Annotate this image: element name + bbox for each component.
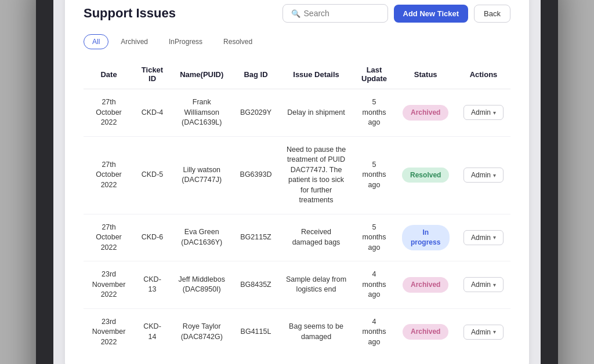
chevron-down-icon-2: ▾	[493, 234, 496, 241]
issues-table-wrap: Date Ticket ID Name(PUID) Bag ID Issue D…	[84, 60, 510, 355]
cell-date-3: 23rd November 2022	[84, 261, 134, 309]
admin-dropdown-2[interactable]: Admin ▾	[463, 230, 504, 245]
table-row: 27th October 2022 CKD-6 Eva Green (DAC16…	[84, 214, 510, 261]
header-actions: 🔍 Add New Ticket Back	[282, 4, 510, 23]
app-container: Support Issues 🔍 Add New Ticket Back All…	[65, 0, 529, 364]
cell-action-4: Admin ▾	[457, 308, 510, 355]
admin-dropdown-3[interactable]: Admin ▾	[463, 277, 504, 292]
cell-status-1: Resolved	[395, 136, 457, 214]
table-row: 27th October 2022 CKD-4 Frank Williamson…	[84, 89, 510, 137]
cell-ticket-1: CKD-5	[134, 136, 171, 214]
admin-label-1: Admin	[471, 171, 491, 179]
cell-name-0: Frank Williamson (DAC1639L)	[171, 89, 233, 137]
cell-action-2: Admin ▾	[457, 214, 510, 261]
table-row: 23rd November 2022 CKD-14 Roye Taylor (D…	[84, 308, 510, 355]
cell-issue-1: Need to pause the treatment of PUID DAC7…	[278, 136, 353, 214]
tab-archived[interactable]: Archived	[112, 34, 157, 49]
laptop-frame: Support Issues 🔍 Add New Ticket Back All…	[36, 0, 558, 364]
status-badge-2: In progress	[402, 225, 450, 250]
cell-issue-3: Sample delay from logistics end	[278, 261, 353, 309]
cell-ticket-3: CKD-13	[134, 261, 171, 309]
cell-ticket-4: CKD-14	[134, 308, 171, 355]
cell-date-0: 27th October 2022	[84, 89, 134, 137]
admin-label-3: Admin	[471, 281, 491, 289]
cell-bag-4: BG4115L	[233, 308, 279, 355]
cell-bag-1: BG6393D	[233, 136, 279, 214]
cell-update-1: 5 months ago	[354, 136, 395, 214]
page-title: Support Issues	[84, 6, 176, 21]
table-row: 23rd November 2022 CKD-13 Jeff Middlebos…	[84, 261, 510, 309]
cell-status-2: In progress	[395, 214, 457, 261]
add-new-ticket-button[interactable]: Add New Ticket	[394, 5, 469, 23]
cell-status-4: Archived	[395, 308, 457, 355]
laptop-screen: Support Issues 🔍 Add New Ticket Back All…	[53, 0, 541, 364]
col-last-update: Last Update	[354, 60, 395, 89]
table-header-row: Date Ticket ID Name(PUID) Bag ID Issue D…	[84, 60, 510, 89]
col-ticket-id: Ticket ID	[134, 60, 171, 89]
admin-dropdown-0[interactable]: Admin ▾	[463, 105, 504, 120]
col-date: Date	[84, 60, 134, 89]
col-issue-details: Issue Details	[278, 60, 353, 89]
admin-label-0: Admin	[471, 108, 491, 117]
tab-all[interactable]: All	[84, 34, 108, 49]
cell-update-0: 5 months ago	[354, 89, 395, 137]
status-badge-0: Archived	[403, 105, 448, 121]
col-bag-id: Bag ID	[233, 60, 279, 89]
cell-action-0: Admin ▾	[457, 89, 510, 137]
admin-label-2: Admin	[471, 234, 491, 242]
cell-name-1: Lilly watson (DAC7747J)	[171, 136, 233, 214]
status-badge-4: Archived	[403, 324, 448, 340]
cell-name-4: Roye Taylor (DAC8742G)	[171, 308, 233, 355]
tab-resolved[interactable]: Resolved	[215, 34, 261, 49]
cell-bag-3: BG8435Z	[233, 261, 279, 309]
cell-name-2: Eva Green (DAC1636Y)	[171, 214, 233, 261]
issues-table: Date Ticket ID Name(PUID) Bag ID Issue D…	[84, 60, 510, 355]
cell-date-1: 27th October 2022	[84, 136, 134, 214]
table-row: 27th October 2022 CKD-5 Lilly watson (DA…	[84, 136, 510, 214]
col-actions: Actions	[457, 60, 510, 89]
chevron-down-icon-4: ▾	[493, 329, 496, 335]
cell-ticket-0: CKD-4	[134, 89, 171, 137]
admin-label-4: Admin	[471, 328, 491, 336]
search-icon: 🔍	[291, 9, 300, 18]
admin-dropdown-1[interactable]: Admin ▾	[463, 168, 504, 183]
status-badge-1: Resolved	[402, 168, 449, 183]
cell-bag-2: BG2115Z	[233, 214, 279, 261]
cell-issue-4: Bag seems to be damaged	[278, 308, 353, 355]
search-box[interactable]: 🔍	[282, 4, 388, 23]
col-name: Name(PUID)	[171, 60, 233, 89]
page-header: Support Issues 🔍 Add New Ticket Back	[84, 4, 510, 23]
cell-issue-2: Received damaged bags	[278, 214, 353, 261]
back-button[interactable]: Back	[474, 5, 510, 23]
chevron-down-icon-3: ▾	[493, 282, 496, 288]
cell-update-3: 4 months ago	[354, 261, 395, 309]
cell-status-0: Archived	[395, 89, 457, 137]
admin-dropdown-4[interactable]: Admin ▾	[463, 325, 504, 340]
cell-name-3: Jeff Middlebos (DAC8950I)	[171, 261, 233, 309]
tabs-bar: All Archived InProgress Resolved	[84, 34, 510, 49]
cell-update-2: 5 months ago	[354, 214, 395, 261]
cell-date-4: 23rd November 2022	[84, 308, 134, 355]
cell-issue-0: Delay in shipment	[278, 89, 353, 137]
cell-bag-0: BG2029Y	[233, 89, 279, 137]
cell-action-3: Admin ▾	[457, 261, 510, 309]
cell-action-1: Admin ▾	[457, 136, 510, 214]
cell-date-2: 27th October 2022	[84, 214, 134, 261]
cell-ticket-2: CKD-6	[134, 214, 171, 261]
search-input[interactable]	[304, 9, 379, 18]
tab-inprogress[interactable]: InProgress	[160, 34, 211, 49]
chevron-down-icon-1: ▾	[493, 172, 496, 179]
cell-status-3: Archived	[395, 261, 457, 309]
table-body: 27th October 2022 CKD-4 Frank Williamson…	[84, 89, 510, 356]
status-badge-3: Archived	[403, 277, 448, 293]
chevron-down-icon-0: ▾	[493, 110, 496, 116]
col-status: Status	[395, 60, 457, 89]
cell-update-4: 4 months ago	[354, 308, 395, 355]
